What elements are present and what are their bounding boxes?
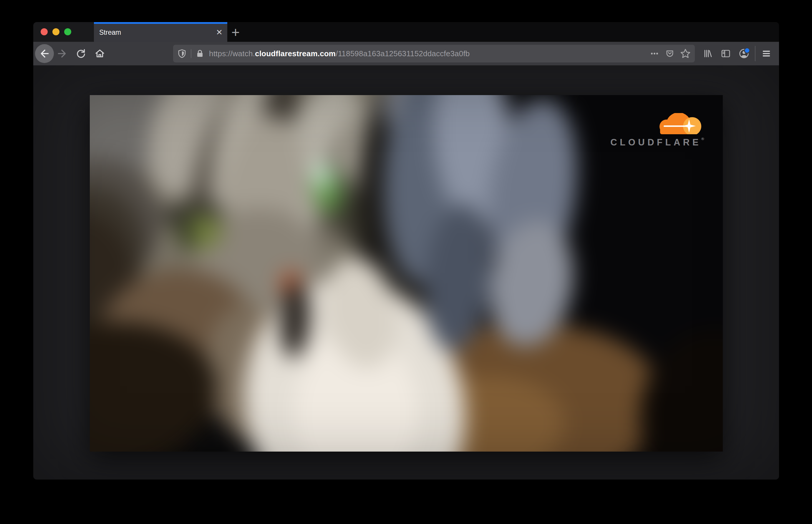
- cloudflare-logo: CLOUDFLARE®: [610, 113, 704, 148]
- tracking-protection-shield-icon[interactable]: [177, 49, 186, 58]
- zoom-window-button[interactable]: [64, 28, 71, 35]
- url-text[interactable]: https://watch.cloudflarestream.com/11859…: [209, 49, 644, 58]
- url-path: /118598a163a125631152ddaccfe3a0fb: [336, 49, 470, 58]
- video-player[interactable]: CLOUDFLARE®: [90, 95, 723, 452]
- library-button[interactable]: [700, 46, 715, 62]
- tab-stream[interactable]: Stream ✕: [94, 22, 227, 42]
- sidebar-icon: [720, 48, 731, 59]
- tab-bar-empty-space: [244, 22, 779, 42]
- page-actions-icon[interactable]: [649, 49, 660, 59]
- close-window-button[interactable]: [40, 28, 48, 35]
- video-frame-blurred-cat: [90, 95, 723, 452]
- account-button[interactable]: [736, 46, 752, 62]
- menu-button[interactable]: [759, 46, 774, 62]
- url-domain: cloudflarestream.com: [255, 49, 336, 58]
- new-tab-button[interactable]: +: [227, 22, 244, 42]
- reload-button[interactable]: [73, 45, 89, 62]
- sidebar-button[interactable]: [718, 46, 734, 62]
- bookmark-star-icon[interactable]: [680, 48, 691, 59]
- titlebar-traffic-lights: [33, 22, 94, 42]
- browser-window: Stream ✕ +: [33, 22, 779, 479]
- reload-icon: [76, 48, 86, 59]
- forward-arrow-icon: [56, 48, 68, 59]
- home-icon: [95, 48, 105, 59]
- plus-icon: +: [231, 25, 240, 39]
- back-button[interactable]: [35, 44, 54, 63]
- urlbar-separator: [191, 49, 191, 58]
- cloudflare-cloud-icon: [658, 113, 702, 134]
- tab-bar: Stream ✕ +: [33, 22, 779, 42]
- close-tab-icon[interactable]: ✕: [216, 29, 223, 36]
- account-notification-dot: [744, 47, 750, 53]
- library-icon: [702, 48, 713, 59]
- page-content: CLOUDFLARE®: [33, 65, 779, 479]
- navigation-toolbar: https://watch.cloudflarestream.com/11859…: [33, 42, 779, 65]
- hamburger-menu-icon: [761, 48, 772, 59]
- lock-icon[interactable]: [195, 49, 204, 58]
- toolbar-separator: [755, 46, 756, 61]
- active-tab-indicator: [94, 22, 227, 24]
- pocket-icon[interactable]: [665, 49, 675, 59]
- url-scheme: https://watch.: [209, 49, 255, 58]
- back-arrow-icon: [39, 48, 50, 59]
- cloudflare-wordmark: CLOUDFLARE®: [610, 136, 704, 148]
- forward-button[interactable]: [54, 45, 70, 62]
- minimize-window-button[interactable]: [52, 28, 60, 35]
- registered-mark: ®: [701, 136, 704, 141]
- tab-title: Stream: [99, 29, 216, 36]
- url-bar[interactable]: https://watch.cloudflarestream.com/11859…: [173, 45, 695, 62]
- home-button[interactable]: [92, 45, 108, 62]
